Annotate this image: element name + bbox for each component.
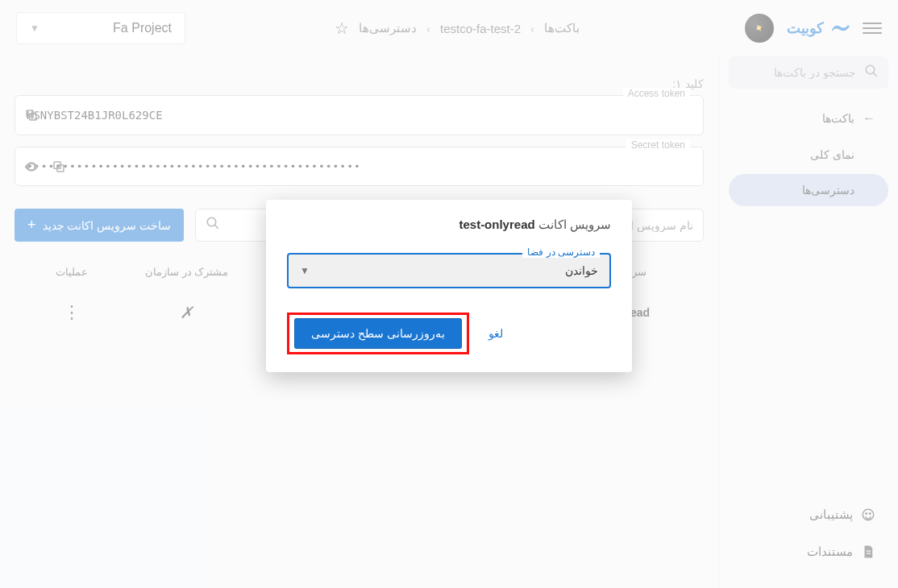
- dialog-sa-name: test-onlyread: [459, 217, 534, 231]
- dialog-prefix: سرویس اکانت: [538, 217, 611, 231]
- highlight-box: به‌روزرسانی سطح دسترسی: [287, 313, 469, 354]
- dialog-title: سرویس اکانت test-onlyread: [287, 217, 611, 232]
- select-label: دسترسی در فضا: [522, 246, 600, 258]
- update-access-button[interactable]: به‌روزرسانی سطح دسترسی: [294, 318, 462, 349]
- cancel-button[interactable]: لغو: [477, 319, 514, 348]
- dialog-actions: لغو به‌روزرسانی سطح دسترسی: [287, 313, 611, 354]
- dropdown-arrow-icon: ▼: [300, 265, 310, 276]
- access-dialog: سرویس اکانت test-onlyread دسترسی در فضا …: [266, 200, 632, 372]
- access-level-select[interactable]: دسترسی در فضا خواندن ▼: [287, 253, 611, 288]
- select-value: خواندن: [565, 264, 598, 277]
